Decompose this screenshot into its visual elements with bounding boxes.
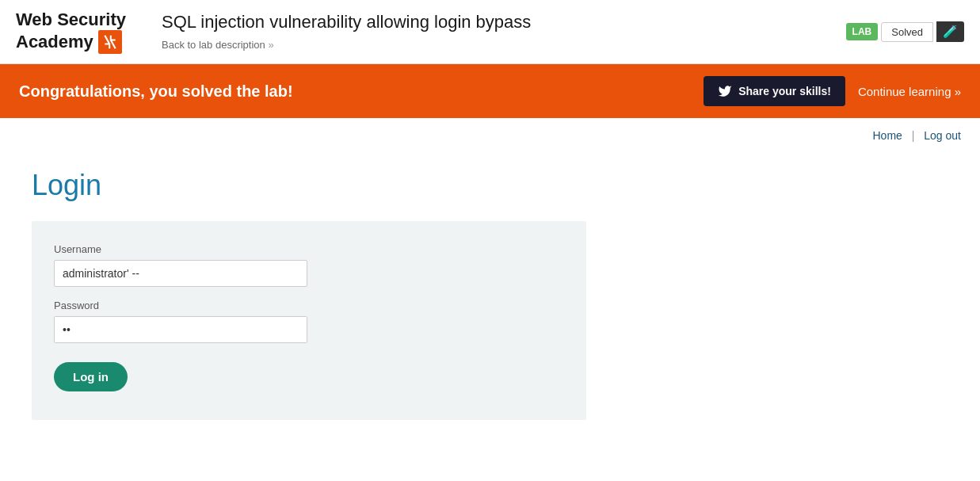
- header-title-area: SQL injection vulnerability allowing log…: [162, 12, 846, 52]
- page-title: Login: [32, 169, 948, 202]
- share-skills-button[interactable]: Share your skills!: [704, 76, 845, 106]
- login-form-box: Username Password Log in: [32, 221, 586, 420]
- username-label: Username: [54, 243, 564, 255]
- nav-separator: |: [912, 129, 915, 142]
- header: Web Security Academy SQL injection vulne…: [0, 0, 980, 64]
- logout-link[interactable]: Log out: [924, 129, 961, 142]
- logo-area: Web Security Academy: [16, 10, 143, 54]
- logo-text: Web Security Academy: [16, 10, 126, 54]
- main-content: Login Username Password Log in: [0, 153, 980, 436]
- login-button[interactable]: Log in: [54, 362, 128, 391]
- lab-badge-area: LAB Solved 🧪: [846, 21, 964, 42]
- password-label: Password: [54, 300, 564, 311]
- back-chevrons-icon: »: [268, 39, 273, 51]
- nav-links: Home | Log out: [0, 118, 980, 153]
- password-input[interactable]: [54, 316, 307, 343]
- twitter-icon: [718, 84, 732, 98]
- lab-badge: LAB: [846, 23, 879, 40]
- banner-text: Congratulations, you solved the lab!: [19, 82, 704, 101]
- password-group: Password: [54, 300, 564, 343]
- solved-badge: Solved: [881, 22, 933, 42]
- success-banner: Congratulations, you solved the lab! Sha…: [0, 64, 980, 118]
- home-link[interactable]: Home: [873, 129, 902, 142]
- continue-learning-link[interactable]: Continue learning »: [858, 85, 961, 98]
- svg-line-0: [111, 40, 116, 49]
- flask-icon: 🧪: [943, 25, 958, 39]
- username-group: Username: [54, 243, 564, 287]
- username-input[interactable]: [54, 260, 307, 287]
- flask-button[interactable]: 🧪: [936, 21, 964, 42]
- lab-title: SQL injection vulnerability allowing log…: [162, 12, 846, 32]
- continue-chevrons-icon: »: [955, 85, 961, 98]
- back-to-lab-link[interactable]: Back to lab description »: [162, 39, 274, 51]
- logo-icon: [98, 30, 122, 54]
- svg-line-1: [105, 36, 109, 44]
